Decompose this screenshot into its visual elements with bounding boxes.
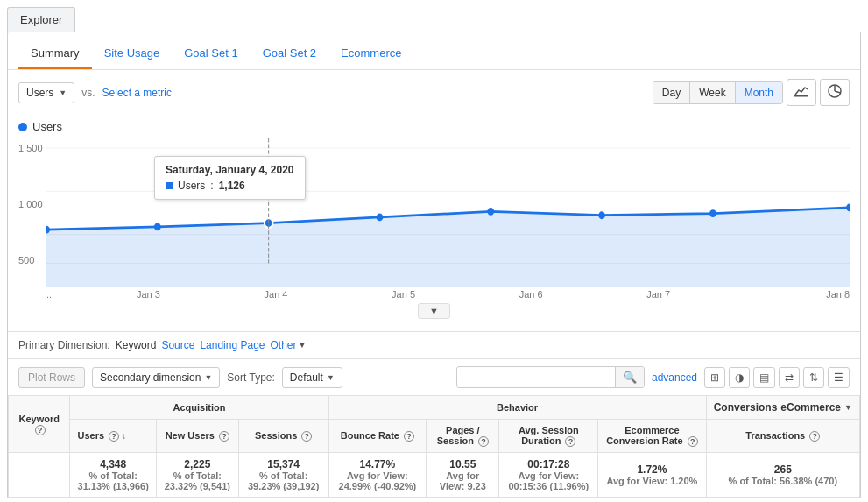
sessions-help-icon[interactable]: ? bbox=[301, 431, 312, 442]
legend-label: Users bbox=[32, 120, 62, 133]
metric-dropdown[interactable]: Users ▼ bbox=[18, 82, 74, 103]
controls-row: Users ▼ vs. Select a metric Day Week Mon… bbox=[8, 70, 860, 115]
th-conversion-rate: Ecommerce Conversion Rate ? bbox=[598, 420, 706, 453]
users-help-icon[interactable]: ? bbox=[109, 431, 119, 442]
tab-site-usage[interactable]: Site Usage bbox=[92, 39, 173, 69]
behavior-label: Behavior bbox=[497, 402, 538, 413]
pie-view-btn[interactable]: ◑ bbox=[729, 367, 750, 388]
table-controls: Plot Rows Secondary dimension ▼ Sort Typ… bbox=[8, 358, 860, 395]
time-btn-group: Day Week Month bbox=[653, 81, 783, 104]
keyword-help-icon[interactable]: ? bbox=[35, 425, 46, 435]
chart-area: Users 1,500 1,000 500 bbox=[8, 115, 860, 331]
new-users-help-icon[interactable]: ? bbox=[219, 431, 229, 442]
th-sessions: Sessions ? bbox=[238, 420, 328, 453]
conversions-dropdown[interactable]: Conversions eCommerce ▼ bbox=[714, 401, 852, 414]
pages-session-help-icon[interactable]: ? bbox=[478, 436, 489, 447]
x-label-jan5: Jan 5 bbox=[340, 289, 468, 300]
th-avg-duration: Avg. Session Duration ? bbox=[499, 420, 598, 453]
total-pages-value: 10.55 bbox=[434, 458, 491, 470]
dim-other-label: Other bbox=[271, 339, 297, 351]
total-users-cell: 4,348 % of Total: 31.13% (13,966) bbox=[70, 453, 156, 498]
plot-rows-btn: Plot Rows bbox=[18, 367, 85, 388]
tab-ecommerce[interactable]: Ecommerce bbox=[328, 39, 413, 69]
legend-dot bbox=[18, 123, 27, 131]
dim-source[interactable]: Source bbox=[161, 339, 194, 351]
chart-wrapper[interactable]: 1,500 1,000 500 bbox=[18, 138, 850, 287]
conversions-value: eCommerce bbox=[780, 401, 841, 414]
metric-value: Users bbox=[26, 87, 53, 99]
dim-keyword[interactable]: Keyword bbox=[116, 339, 157, 351]
svg-line-3 bbox=[835, 91, 841, 93]
tooltip-metric: Users: 1,126 bbox=[166, 180, 294, 192]
tooltip-date: Saturday, January 4, 2020 bbox=[166, 164, 294, 176]
total-pages-avg: Avg for View: 9.23 bbox=[434, 470, 491, 491]
keyword-header: Keyword bbox=[18, 414, 59, 424]
secondary-dimension-dropdown[interactable]: Secondary dimension ▼ bbox=[92, 367, 220, 388]
users-header-label: Users bbox=[77, 430, 104, 441]
line-chart-icon-btn[interactable] bbox=[787, 79, 816, 106]
tab-summary[interactable]: Summary bbox=[18, 39, 92, 69]
dim-landing-page[interactable]: Landing Page bbox=[200, 339, 265, 351]
pivot-view-btn[interactable]: ⇅ bbox=[803, 367, 824, 388]
total-sessions-value: 15,374 bbox=[246, 458, 321, 470]
search-box[interactable]: 🔍 bbox=[456, 366, 645, 388]
pages-session-header-label: Pages / Session bbox=[437, 425, 480, 446]
th-keyword-group: Keyword ? bbox=[9, 396, 70, 453]
sessions-header-label: Sessions bbox=[255, 430, 297, 441]
pie-chart-icon-btn[interactable] bbox=[820, 79, 850, 106]
total-row: 4,348 % of Total: 31.13% (13,966) 2,225 … bbox=[9, 453, 860, 498]
svg-point-13 bbox=[598, 211, 605, 219]
total-new-users-value: 2,225 bbox=[164, 458, 231, 470]
expand-row: ▼ bbox=[18, 300, 850, 322]
list-view-btn[interactable]: ☰ bbox=[828, 367, 850, 388]
grid-view-btn[interactable]: ⊞ bbox=[704, 367, 725, 388]
total-conversion-cell: 1.72% Avg for View: 1.20% bbox=[598, 453, 706, 498]
btn-week[interactable]: Week bbox=[690, 82, 735, 103]
new-users-header-label: New Users bbox=[166, 430, 215, 441]
btn-month[interactable]: Month bbox=[736, 82, 782, 103]
x-label-jan8: Jan 8 bbox=[722, 289, 850, 300]
advanced-link[interactable]: advanced bbox=[652, 371, 697, 384]
total-transactions-value: 265 bbox=[714, 463, 852, 476]
sort-dropdown[interactable]: Default ▼ bbox=[282, 367, 342, 388]
sort-chevron-icon: ▼ bbox=[327, 373, 335, 382]
tab-goal-set-1[interactable]: Goal Set 1 bbox=[172, 39, 250, 69]
sort-arrow-icon: ↓ bbox=[122, 431, 126, 441]
tab-goal-set-2[interactable]: Goal Set 2 bbox=[251, 39, 328, 69]
th-behavior-group: Behavior bbox=[328, 396, 706, 420]
secondary-dim-chevron-icon: ▼ bbox=[204, 373, 212, 382]
bar-view-btn[interactable]: ▤ bbox=[753, 367, 775, 388]
select-metric-link[interactable]: Select a metric bbox=[102, 87, 172, 99]
explorer-tab[interactable]: Explorer bbox=[7, 7, 75, 32]
total-conversion-value: 1.72% bbox=[605, 463, 698, 476]
total-users-pct: % of Total: 31.13% (13,966) bbox=[77, 470, 148, 491]
transactions-header-label: Transactions bbox=[745, 430, 805, 441]
x-axis: ... Jan 3 Jan 4 Jan 5 Jan 6 Jan 7 Jan 8 bbox=[46, 287, 850, 300]
avg-duration-help-icon[interactable]: ? bbox=[565, 436, 575, 447]
view-icons: ⊞ ◑ ▤ ⇄ ⇅ ☰ bbox=[704, 367, 850, 388]
total-keyword-cell bbox=[9, 453, 70, 498]
total-duration-avg: Avg for View: 00:15:36 (11.96%) bbox=[506, 470, 590, 491]
total-new-users-pct: % of Total: 23.32% (9,541) bbox=[164, 470, 231, 491]
tooltip-metric-name: Users bbox=[178, 180, 205, 192]
sort-value: Default bbox=[290, 371, 323, 384]
btn-day[interactable]: Day bbox=[653, 82, 690, 103]
svg-point-14 bbox=[709, 209, 716, 217]
expand-chart-btn[interactable]: ▼ bbox=[418, 303, 450, 319]
search-input[interactable] bbox=[457, 368, 615, 387]
y-label-1500: 1,500 bbox=[18, 143, 43, 153]
dim-other-dropdown[interactable]: Other ▼ bbox=[271, 339, 307, 351]
sort-label: Sort Type: bbox=[227, 371, 274, 384]
total-pages-cell: 10.55 Avg for View: 9.23 bbox=[427, 453, 499, 498]
compare-view-btn[interactable]: ⇄ bbox=[779, 367, 800, 388]
svg-point-11 bbox=[377, 214, 384, 222]
conversions-chevron-icon: ▼ bbox=[844, 403, 852, 412]
search-btn[interactable]: 🔍 bbox=[615, 367, 644, 387]
primary-dim-label: Primary Dimension: bbox=[18, 339, 110, 351]
x-label-jan6: Jan 6 bbox=[467, 289, 595, 300]
bounce-rate-help-icon[interactable]: ? bbox=[404, 431, 414, 442]
primary-dimension-bar: Primary Dimension: Keyword Source Landin… bbox=[8, 331, 860, 358]
th-acquisition-group: Acquisition bbox=[70, 396, 328, 420]
transactions-help-icon[interactable]: ? bbox=[809, 431, 820, 442]
conversion-rate-help-icon[interactable]: ? bbox=[688, 436, 698, 447]
